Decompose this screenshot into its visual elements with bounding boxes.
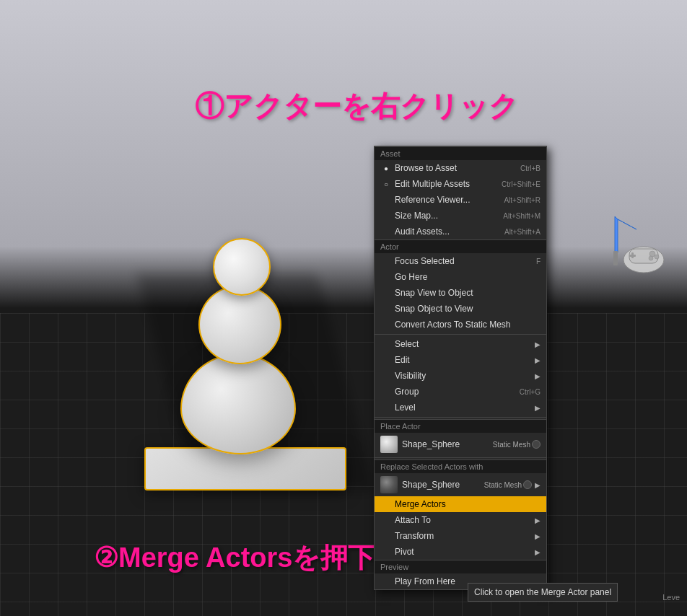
snap-object-label: Snap Object to View <box>395 304 541 314</box>
place-mesh-label: Static Mesh <box>493 441 530 449</box>
go-here-item[interactable]: Go Here <box>375 269 546 285</box>
go-here-icon <box>380 271 392 283</box>
context-menu: Asset ● Browse to Asset Ctrl+B ○ Edit Mu… <box>374 146 547 590</box>
go-here-label: Go Here <box>395 272 533 282</box>
edit-multiple-icon: ○ <box>380 178 392 190</box>
size-map-label: Size Map... <box>395 211 496 221</box>
controller-icon <box>608 209 665 274</box>
merge-actors-label: Merge Actors <box>395 499 541 509</box>
place-sphere-label: Shape_Sphere <box>402 439 493 449</box>
visibility-icon <box>380 370 392 382</box>
audit-assets-label: Audit Assets... <box>395 226 497 237</box>
attach-to-item[interactable]: Attach To ▶ <box>375 512 546 528</box>
play-icon <box>380 576 392 587</box>
scene-objects <box>123 202 397 490</box>
place-mesh-circle <box>532 440 541 449</box>
group-icon <box>380 386 392 397</box>
divider-3 <box>375 457 546 458</box>
place-sphere-thumb <box>380 436 398 453</box>
convert-icon <box>380 319 392 330</box>
reference-viewer-item[interactable]: Reference Viewer... Alt+Shift+R <box>375 192 546 208</box>
convert-actors-label: Convert Actors To Static Mesh <box>395 320 541 330</box>
svg-point-4 <box>649 251 655 257</box>
svg-point-5 <box>655 255 659 259</box>
focus-selected-label: Focus Selected <box>395 256 529 266</box>
merge-actors-item[interactable]: Merge Actors <box>375 496 546 512</box>
browse-to-asset-item[interactable]: ● Browse to Asset Ctrl+B <box>375 160 546 176</box>
replace-mesh-label: Static Mesh <box>484 481 522 489</box>
svg-rect-8 <box>629 255 636 257</box>
pivot-arrow: ▶ <box>535 548 541 556</box>
actor-section-header: Actor <box>375 239 546 253</box>
svg-rect-1 <box>613 251 618 265</box>
size-map-item[interactable]: Size Map... Alt+Shift+M <box>375 208 546 224</box>
sphere-mid <box>198 285 281 364</box>
visibility-label: Visibility <box>395 371 535 381</box>
level-icon <box>380 402 392 413</box>
audit-shortcut: Alt+Shift+A <box>504 228 541 236</box>
replace-sphere-thumb <box>380 476 398 493</box>
level-label: Level <box>395 402 535 413</box>
level-arrow: ▶ <box>535 404 541 412</box>
snap-obj-icon <box>380 303 392 314</box>
focus-icon <box>380 255 392 267</box>
select-item[interactable]: Select ▶ <box>375 336 546 352</box>
size-map-icon <box>380 210 392 221</box>
place-sphere-item[interactable]: Shape_Sphere Static Mesh <box>375 433 546 456</box>
group-shortcut: Ctrl+G <box>520 388 541 396</box>
merge-icon <box>380 498 392 510</box>
bottom-annotation: ②Merge Actorsを押下 <box>94 540 375 576</box>
focus-selected-item[interactable]: Focus Selected F <box>375 253 546 269</box>
edit-item[interactable]: Edit ▶ <box>375 352 546 368</box>
edit-multiple-label: Edit Multiple Assets <box>395 179 494 189</box>
bottom-text: Merge Actorsを押下 <box>118 542 375 573</box>
edit-multiple-shortcut: Ctrl+Shift+E <box>502 180 541 188</box>
level-item[interactable]: Level ▶ <box>375 400 546 415</box>
attach-arrow: ▶ <box>535 516 541 524</box>
browse-shortcut: Ctrl+B <box>520 164 541 172</box>
bottom-circle: ② <box>94 542 118 573</box>
level-text: Leve <box>662 593 680 602</box>
reference-shortcut: Alt+Shift+R <box>504 196 541 204</box>
replace-static-mesh-badge: Static Mesh <box>484 480 532 489</box>
reference-icon <box>380 194 392 206</box>
focus-shortcut: F <box>536 258 541 265</box>
replace-section-header: Replace Selected Actors with <box>375 459 546 473</box>
visibility-item[interactable]: Visibility ▶ <box>375 368 546 384</box>
transform-arrow: ▶ <box>535 532 541 540</box>
attach-icon <box>380 514 392 526</box>
replace-sphere-item[interactable]: Shape_Sphere Static Mesh ▶ <box>375 473 546 496</box>
place-static-mesh-badge: Static Mesh <box>493 440 541 449</box>
svg-point-6 <box>649 256 653 260</box>
select-arrow: ▶ <box>535 340 541 348</box>
snap-object-to-view-item[interactable]: Snap Object to View <box>375 301 546 317</box>
pivot-item[interactable]: Pivot ▶ <box>375 544 546 560</box>
edit-arrow: ▶ <box>535 356 541 364</box>
title-annotation: ①アクターを右クリック <box>195 87 518 126</box>
convert-actors-item[interactable]: Convert Actors To Static Mesh <box>375 317 546 333</box>
audit-assets-item[interactable]: Audit Assets... Alt+Shift+A <box>375 224 546 239</box>
reference-viewer-label: Reference Viewer... <box>395 195 496 205</box>
pivot-icon <box>380 546 392 558</box>
edit-multiple-assets-item[interactable]: ○ Edit Multiple Assets Ctrl+Shift+E <box>375 176 546 192</box>
snap-view-icon <box>380 287 392 299</box>
merge-actor-tooltip: Click to open the Merge Actor panel <box>468 583 618 602</box>
browse-to-asset-label: Browse to Asset <box>395 163 513 173</box>
sphere-top <box>213 238 271 296</box>
transform-label: Transform <box>395 531 535 541</box>
snap-view-to-object-item[interactable]: Snap View to Object <box>375 285 546 301</box>
select-icon <box>380 338 392 350</box>
transform-icon <box>380 530 392 542</box>
edit-icon <box>380 354 392 366</box>
preview-header: Preview <box>375 560 546 573</box>
visibility-arrow: ▶ <box>535 372 541 380</box>
title-text: アクターを右クリック <box>224 90 518 122</box>
replace-arrow: ▶ <box>535 481 541 489</box>
group-item[interactable]: Group Ctrl+G <box>375 384 546 400</box>
pivot-label: Pivot <box>395 547 535 557</box>
browse-icon: ● <box>380 162 392 174</box>
transform-item[interactable]: Transform ▶ <box>375 528 546 544</box>
group-label: Group <box>395 387 512 397</box>
edit-label: Edit <box>395 355 535 365</box>
select-label: Select <box>395 339 535 349</box>
